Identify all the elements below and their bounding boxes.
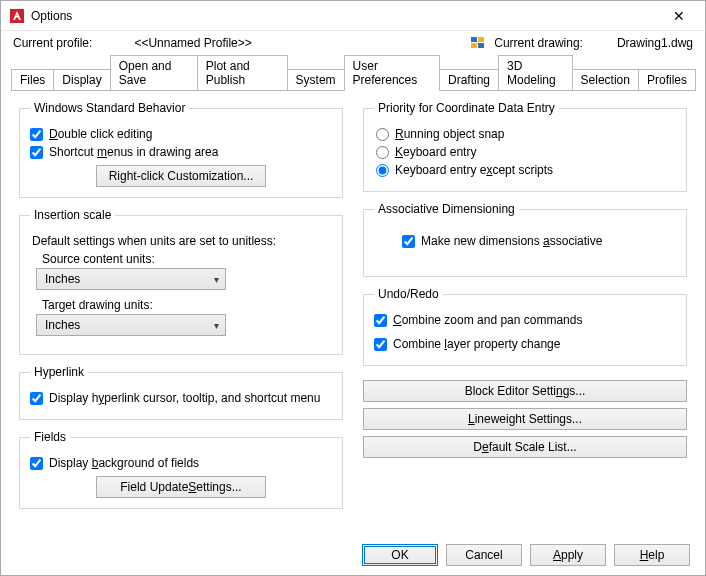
header-row: Current profile: <<Unnamed Profile>> Cur… (1, 31, 705, 53)
app-icon (9, 8, 25, 24)
radio-keyboard-entry[interactable]: Keyboard entry (376, 145, 676, 159)
btn-lineweight-settings[interactable]: Lineweight Settings... (363, 408, 687, 430)
footer-buttons: OK Cancel Apply Help (362, 544, 690, 566)
chk-shortcut-menus[interactable]: Shortcut menus in drawing area (30, 145, 332, 159)
tab-user-preferences[interactable]: User Preferences (344, 55, 440, 91)
chk-combine-zoom-pan-input[interactable] (374, 314, 387, 327)
chevron-down-icon: ▾ (214, 274, 219, 285)
right-buttons: Block Editor Settings... Lineweight Sett… (363, 380, 687, 458)
right-column: Priority for Coordinate Data Entry Runni… (363, 101, 687, 509)
svg-rect-4 (478, 43, 484, 48)
source-units-label: Source content units: (42, 252, 332, 266)
radio-running-osnap-input[interactable] (376, 128, 389, 141)
tab-system[interactable]: System (287, 69, 345, 91)
group-priority-coord: Priority for Coordinate Data Entry Runni… (363, 101, 687, 192)
chk-double-click-editing[interactable]: Double click editing (30, 127, 332, 141)
chk-associative-dim[interactable]: Make new dimensions associative (402, 234, 676, 248)
tab-plot-and-publish[interactable]: Plot and Publish (197, 55, 288, 91)
tabs: Files Display Open and Save Plot and Pub… (1, 55, 705, 91)
chk-shortcut-menus-input[interactable] (30, 146, 43, 159)
group-legend: Insertion scale (30, 208, 115, 222)
group-legend: Hyperlink (30, 365, 88, 379)
tab-open-and-save[interactable]: Open and Save (110, 55, 198, 91)
btn-block-editor-settings[interactable]: Block Editor Settings... (363, 380, 687, 402)
window-title: Options (31, 9, 72, 23)
close-icon: ✕ (673, 9, 685, 23)
group-legend: Windows Standard Behavior (30, 101, 189, 115)
group-windows-standard-behavior: Windows Standard Behavior Double click e… (19, 101, 343, 198)
group-undo-redo: Undo/Redo Combine zoom and pan commands … (363, 287, 687, 366)
radio-keyboard-entry-input[interactable] (376, 146, 389, 159)
chk-hyperlink-cursor[interactable]: Display hyperlink cursor, tooltip, and s… (30, 391, 332, 405)
cancel-button[interactable]: Cancel (446, 544, 522, 566)
group-insertion-scale: Insertion scale Default settings when un… (19, 208, 343, 355)
tab-display[interactable]: Display (53, 69, 110, 91)
current-profile-value: <<Unnamed Profile>> (134, 36, 251, 50)
btn-right-click-customization[interactable]: Right-click Customization... (96, 165, 266, 187)
group-legend: Associative Dimensioning (374, 202, 519, 216)
select-target-units[interactable]: Inches ▾ (36, 314, 226, 336)
chk-double-click-editing-input[interactable] (30, 128, 43, 141)
tab-profiles[interactable]: Profiles (638, 69, 696, 91)
chk-combine-zoom-pan[interactable]: Combine zoom and pan commands (374, 313, 676, 327)
chk-hyperlink-cursor-input[interactable] (30, 392, 43, 405)
current-profile-label: Current profile: (13, 36, 92, 50)
group-legend: Priority for Coordinate Data Entry (374, 101, 559, 115)
btn-field-update-settings[interactable]: Field Update Settings... (96, 476, 266, 498)
chk-combine-layer-change-input[interactable] (374, 338, 387, 351)
current-drawing-value: Drawing1.dwg (617, 36, 693, 50)
chevron-down-icon: ▾ (214, 320, 219, 331)
tab-selection[interactable]: Selection (572, 69, 639, 91)
radio-keyboard-except-scripts-input[interactable] (376, 164, 389, 177)
group-hyperlink: Hyperlink Display hyperlink cursor, tool… (19, 365, 343, 420)
tab-files[interactable]: Files (11, 69, 54, 91)
group-fields: Fields Display background of fields Fiel… (19, 430, 343, 509)
left-column: Windows Standard Behavior Double click e… (19, 101, 343, 509)
titlebar: Options ✕ (1, 1, 705, 31)
svg-rect-2 (478, 37, 484, 42)
group-legend: Fields (30, 430, 70, 444)
chk-field-background-input[interactable] (30, 457, 43, 470)
svg-rect-1 (471, 37, 477, 42)
help-button[interactable]: Help (614, 544, 690, 566)
chk-associative-dim-input[interactable] (402, 235, 415, 248)
current-drawing-label: Current drawing: (494, 36, 583, 50)
insertion-scale-desc: Default settings when units are set to u… (32, 234, 332, 248)
target-units-label: Target drawing units: (42, 298, 332, 312)
drawing-icon (470, 35, 486, 51)
chk-field-background[interactable]: Display background of fields (30, 456, 332, 470)
select-target-units-value: Inches (45, 318, 80, 332)
tab-3d-modeling[interactable]: 3D Modeling (498, 55, 573, 91)
tab-drafting[interactable]: Drafting (439, 69, 499, 91)
btn-default-scale-list[interactable]: Default Scale List... (363, 436, 687, 458)
apply-button[interactable]: Apply (530, 544, 606, 566)
group-associative-dim: Associative Dimensioning Make new dimens… (363, 202, 687, 277)
group-legend: Undo/Redo (374, 287, 443, 301)
svg-rect-3 (471, 43, 477, 48)
ok-button[interactable]: OK (362, 544, 438, 566)
select-source-units-value: Inches (45, 272, 80, 286)
content: Windows Standard Behavior Double click e… (1, 91, 705, 517)
radio-keyboard-except-scripts[interactable]: Keyboard entry except scripts (376, 163, 676, 177)
chk-combine-layer-change[interactable]: Combine layer property change (374, 337, 676, 351)
select-source-units[interactable]: Inches ▾ (36, 268, 226, 290)
close-button[interactable]: ✕ (661, 2, 697, 30)
radio-running-osnap[interactable]: Running object snap (376, 127, 676, 141)
